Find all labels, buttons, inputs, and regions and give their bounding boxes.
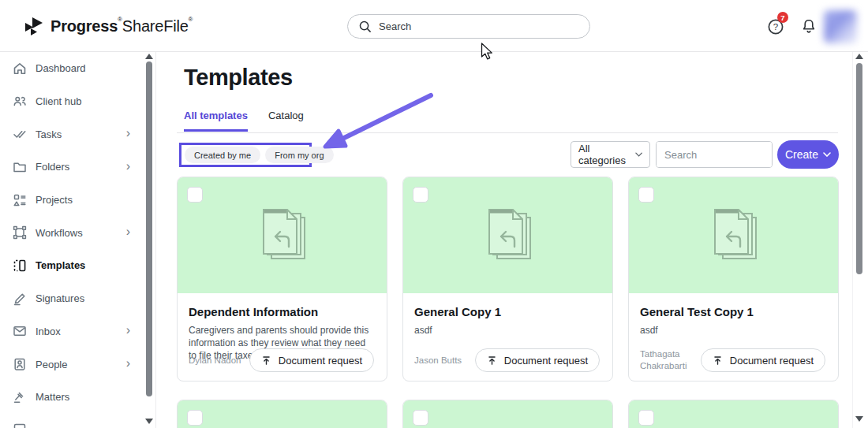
sidebar-item-templates[interactable]: Templates bbox=[0, 249, 155, 282]
tab-catalog[interactable]: Catalog bbox=[268, 110, 304, 132]
global-search-input[interactable] bbox=[379, 20, 579, 32]
template-card-grid-row2 bbox=[177, 400, 839, 428]
global-search[interactable] bbox=[347, 14, 590, 39]
main-scroll-up-arrow[interactable] bbox=[855, 54, 863, 59]
filter-chip-from-my-org[interactable]: From my org bbox=[265, 147, 333, 163]
card-checkbox[interactable] bbox=[638, 410, 654, 426]
sidebar-item-signatures[interactable]: Signatures bbox=[0, 282, 155, 315]
templates-tabs: All templates Catalog bbox=[184, 110, 304, 132]
filter-chip-created-by-me[interactable]: Created by me bbox=[185, 147, 260, 163]
upload-icon bbox=[261, 355, 271, 366]
gavel-icon bbox=[12, 389, 28, 405]
main-scrollbar-track bbox=[852, 52, 853, 428]
folder-icon bbox=[12, 159, 28, 175]
notifications-bell-icon[interactable] bbox=[800, 17, 817, 36]
top-bar: Progress®ShareFile® ? 7 bbox=[0, 0, 868, 52]
page-title: Templates bbox=[184, 65, 293, 91]
brand-name: Progress®ShareFile® bbox=[51, 17, 193, 35]
main-scroll-down-arrow[interactable] bbox=[855, 416, 863, 422]
sidebar-item-folders[interactable]: Folders › bbox=[0, 151, 155, 184]
tabs-divider bbox=[177, 132, 838, 133]
help-button[interactable]: ? 7 bbox=[767, 17, 788, 37]
card-checkbox[interactable] bbox=[187, 410, 203, 426]
annotation-highlight-box: Created by me From my org bbox=[179, 143, 312, 167]
user-avatar[interactable] bbox=[824, 10, 857, 43]
template-search-input[interactable] bbox=[657, 142, 773, 167]
double-check-icon bbox=[12, 126, 28, 142]
pen-icon bbox=[12, 291, 28, 307]
sidebar-nav: Dashboard Client hub Tasks › Folders › P… bbox=[0, 52, 156, 428]
sidebar-item-people[interactable]: People › bbox=[0, 348, 155, 381]
card-thumbnail bbox=[178, 400, 387, 428]
home-icon bbox=[12, 61, 28, 76]
sidebar-scroll-down-arrow[interactable] bbox=[145, 419, 153, 424]
card-thumbnail bbox=[403, 400, 612, 428]
sidebar-item-client-hub[interactable]: Client hub bbox=[0, 85, 155, 118]
sidebar-item-matters[interactable]: Matters bbox=[0, 381, 155, 414]
envelope-icon bbox=[12, 323, 28, 339]
document-request-stack-icon bbox=[477, 206, 539, 267]
sidebar-item-inbox[interactable]: Inbox › bbox=[0, 315, 155, 348]
projects-icon bbox=[12, 192, 28, 208]
brand-logo[interactable]: Progress®ShareFile® bbox=[24, 0, 193, 52]
document-request-button[interactable]: Document request bbox=[701, 348, 825, 372]
chevron-right-icon: › bbox=[126, 127, 130, 140]
upload-icon bbox=[487, 355, 497, 366]
card-author: Tathagata Chakrabarti bbox=[640, 348, 701, 372]
card-thumbnail bbox=[178, 177, 387, 293]
doc-top-edge bbox=[264, 210, 286, 214]
sidebar-scroll-up-arrow[interactable] bbox=[145, 54, 153, 59]
workflows-icon bbox=[12, 225, 28, 240]
chevron-down-icon bbox=[823, 152, 831, 157]
sidebar-item-dashboard[interactable]: Dashboard bbox=[0, 52, 155, 85]
template-card[interactable] bbox=[628, 400, 839, 428]
chevron-right-icon: › bbox=[126, 357, 130, 370]
chevron-right-icon: › bbox=[126, 324, 130, 337]
template-search-box bbox=[656, 141, 773, 168]
template-card[interactable] bbox=[402, 400, 613, 428]
question-mark-glyph: ? bbox=[773, 22, 778, 32]
create-button[interactable]: Create bbox=[777, 140, 839, 169]
help-notification-badge: 7 bbox=[777, 12, 788, 23]
card-checkbox[interactable] bbox=[413, 410, 428, 426]
card-author: Dylan Nadon bbox=[189, 355, 241, 367]
people-group-icon bbox=[12, 94, 28, 110]
template-card[interactable] bbox=[177, 400, 387, 428]
main-scrollbar-thumb[interactable] bbox=[856, 63, 862, 274]
document-request-stack-icon bbox=[252, 425, 313, 428]
template-card[interactable]: Dependent Information Caregivers and par… bbox=[177, 177, 387, 381]
card-title: General Test Copy 1 bbox=[640, 305, 827, 318]
card-checkbox[interactable] bbox=[413, 187, 428, 203]
card-title: General Copy 1 bbox=[414, 305, 601, 318]
card-description: asdf bbox=[414, 325, 601, 337]
sidebar-scrollbar-thumb[interactable] bbox=[146, 61, 152, 396]
document-request-button[interactable]: Document request bbox=[475, 348, 600, 372]
generic-icon bbox=[12, 422, 28, 428]
card-checkbox[interactable] bbox=[187, 187, 203, 203]
document-request-stack-icon bbox=[703, 425, 765, 428]
sidebar-item-projects[interactable]: Projects bbox=[0, 184, 155, 217]
card-thumbnail bbox=[629, 400, 838, 428]
card-author: Jason Butts bbox=[414, 355, 462, 367]
card-title: Dependent Information bbox=[189, 305, 376, 318]
tab-all-templates[interactable]: All templates bbox=[184, 110, 248, 132]
document-request-stack-icon bbox=[477, 425, 539, 428]
id-card-icon bbox=[12, 356, 28, 372]
progress-logo-icon bbox=[24, 17, 44, 36]
template-card[interactable]: General Test Copy 1 asdf Tathagata Chakr… bbox=[628, 177, 839, 381]
chevron-right-icon: › bbox=[126, 225, 130, 238]
upload-icon bbox=[713, 355, 723, 366]
templates-icon bbox=[12, 258, 28, 274]
chevron-down-icon bbox=[635, 152, 642, 157]
sidebar-item-workflows[interactable]: Workflows › bbox=[0, 216, 155, 249]
card-thumbnail bbox=[629, 177, 838, 293]
chevron-right-icon: › bbox=[126, 160, 130, 173]
categories-dropdown[interactable]: All categories bbox=[571, 141, 650, 168]
document-request-stack-icon bbox=[252, 206, 313, 267]
document-request-button[interactable]: Document request bbox=[249, 348, 374, 372]
sidebar-item-partial[interactable] bbox=[0, 414, 155, 428]
card-checkbox[interactable] bbox=[638, 187, 654, 203]
search-icon bbox=[358, 20, 372, 33]
template-card[interactable]: General Copy 1 asdf Jason Butts Document… bbox=[402, 177, 613, 381]
sidebar-item-tasks[interactable]: Tasks › bbox=[0, 117, 155, 151]
